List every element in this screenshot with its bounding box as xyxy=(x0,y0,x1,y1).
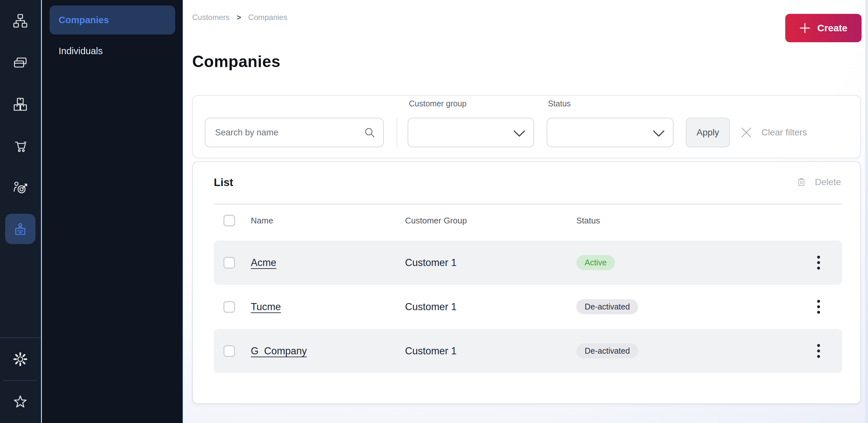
row-actions-menu-button[interactable] xyxy=(810,248,827,278)
trash-icon xyxy=(796,176,807,188)
status-label: Status xyxy=(548,99,571,108)
search-input[interactable] xyxy=(205,118,384,147)
sidebar-item-label: Individuals xyxy=(59,46,103,56)
delete-button[interactable]: Delete xyxy=(796,176,841,188)
customer-group-select[interactable] xyxy=(408,118,534,147)
nav-org-structure[interactable] xyxy=(0,0,40,41)
table-row: Tucme Customer 1 De-activated xyxy=(214,285,842,329)
star-icon xyxy=(12,394,28,410)
row-checkbox[interactable] xyxy=(223,301,235,313)
row-checkbox[interactable] xyxy=(223,257,235,269)
row-actions-menu-button[interactable] xyxy=(810,336,827,366)
packages-icon xyxy=(12,96,28,112)
nav-orders[interactable] xyxy=(0,125,40,166)
status-select[interactable] xyxy=(547,118,674,147)
kebab-icon xyxy=(817,344,820,347)
table-header-row: Name Customer Group Status xyxy=(214,210,842,231)
breadcrumb: Customers > Companies xyxy=(192,13,287,22)
icon-rail xyxy=(0,0,41,423)
clear-filters-button[interactable]: Clear filters xyxy=(740,118,807,147)
apply-button[interactable]: Apply xyxy=(686,118,730,147)
row-customer-group: Customer 1 xyxy=(405,257,576,269)
status-badge: Active xyxy=(576,255,615,270)
column-header-name: Name xyxy=(251,216,405,226)
customer-group-field: Customer group xyxy=(408,96,534,147)
cart-icon xyxy=(12,138,28,153)
nav-products[interactable] xyxy=(0,83,40,125)
payment-cards-icon xyxy=(12,55,28,70)
customer-group-label: Customer group xyxy=(409,99,467,108)
list-header: List Delete xyxy=(214,171,841,193)
search-icon xyxy=(363,126,377,140)
clear-filters-label: Clear filters xyxy=(762,128,807,138)
status-badge: De-activated xyxy=(576,343,638,359)
row-checkbox[interactable] xyxy=(223,345,235,357)
column-header-customer-group: Customer Group xyxy=(405,216,576,226)
nav-favorites[interactable] xyxy=(0,381,40,423)
chevron-down-icon xyxy=(652,129,665,138)
delete-button-label: Delete xyxy=(815,177,841,187)
nav-customers[interactable] xyxy=(0,208,40,250)
sidebar-item-individuals[interactable]: Individuals xyxy=(50,39,175,62)
kebab-icon xyxy=(817,256,820,259)
status-badge: De-activated xyxy=(576,299,638,314)
create-button[interactable]: Create xyxy=(785,14,862,42)
breadcrumb-separator: > xyxy=(237,13,241,22)
company-name-link[interactable]: G Company xyxy=(251,345,307,357)
column-header-status: Status xyxy=(576,216,810,226)
table-body: Acme Customer 1 Active Tucme Customer 1 … xyxy=(214,241,842,373)
breadcrumb-companies[interactable]: Companies xyxy=(248,13,287,22)
row-customer-group: Customer 1 xyxy=(405,301,576,313)
table-row: G Company Customer 1 De-activated xyxy=(214,329,842,373)
page-scrollbar[interactable] xyxy=(865,0,868,423)
nav-customer-targeting[interactable] xyxy=(0,166,40,208)
org-structure-icon xyxy=(12,13,28,29)
table-row: Acme Customer 1 Active xyxy=(214,241,842,285)
sidebar-item-label: Companies xyxy=(59,15,109,26)
companies-list-panel: List Delete Name Customer Group Status A… xyxy=(192,161,861,404)
row-customer-group: Customer 1 xyxy=(405,345,576,357)
rail-bottom-section xyxy=(0,337,40,423)
company-name-link[interactable]: Tucme xyxy=(251,301,281,312)
chevron-down-icon xyxy=(513,129,526,138)
active-nav-tile xyxy=(5,214,35,244)
page-title: Companies xyxy=(192,52,280,71)
status-field: Status xyxy=(547,96,674,147)
x-icon xyxy=(740,126,752,139)
list-title: List xyxy=(214,176,233,189)
create-button-label: Create xyxy=(817,23,847,33)
list-divider xyxy=(214,204,842,204)
gear-icon xyxy=(12,351,28,367)
kebab-icon xyxy=(817,300,820,303)
filters-panel: Customer group Status Apply Clear xyxy=(192,95,861,158)
filter-divider xyxy=(397,118,397,147)
sidebar-item-companies[interactable]: Companies xyxy=(50,5,175,34)
search-field-wrap xyxy=(205,118,384,147)
plus-icon xyxy=(799,23,810,33)
nav-payments[interactable] xyxy=(0,41,40,83)
nav-settings[interactable] xyxy=(0,338,40,380)
customers-sidebar: Companies Individuals xyxy=(42,0,183,423)
customer-target-icon xyxy=(12,179,28,195)
row-actions-menu-button[interactable] xyxy=(810,292,827,322)
main-content: Customers > Companies Create Companies C… xyxy=(184,0,868,423)
select-all-checkbox[interactable] xyxy=(223,215,235,226)
company-name-link[interactable]: Acme xyxy=(251,257,276,268)
breadcrumb-customers[interactable]: Customers xyxy=(192,13,229,22)
customer-badge-icon xyxy=(12,221,28,237)
